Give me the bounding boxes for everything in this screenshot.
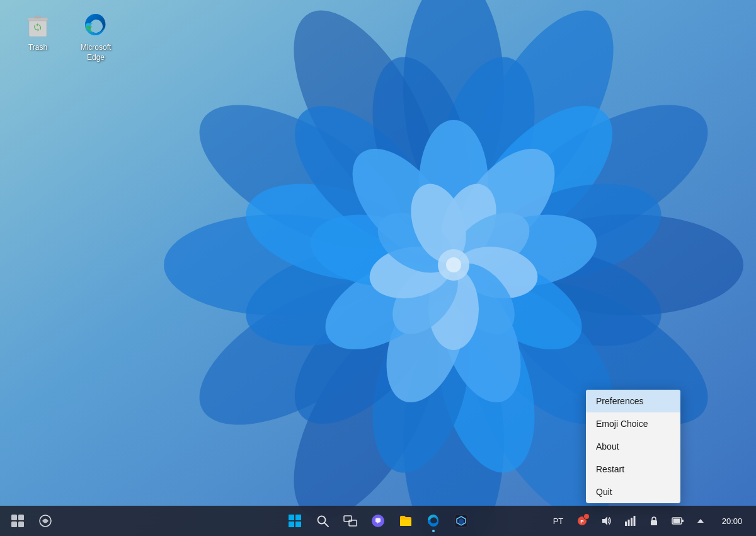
app7-taskbar-button[interactable]	[449, 508, 474, 533]
svg-marker-78	[697, 519, 704, 523]
svg-rect-76	[682, 520, 684, 522]
svg-rect-54	[295, 515, 301, 520]
clock[interactable]: 20:00	[713, 515, 751, 527]
context-menu-item-quit[interactable]: Quit	[586, 481, 680, 503]
svg-rect-55	[289, 521, 294, 527]
svg-rect-74	[651, 520, 657, 525]
proton-tray-icon[interactable]: P	[572, 511, 592, 531]
svg-rect-62	[400, 520, 411, 526]
svg-rect-73	[634, 516, 636, 526]
search-button[interactable]	[310, 508, 335, 533]
battery-tray-icon[interactable]	[668, 511, 688, 531]
svg-rect-56	[295, 521, 301, 527]
trash-icon[interactable]: Trash	[13, 8, 63, 55]
trash-icon-image	[23, 10, 53, 40]
taskbar-left	[5, 508, 58, 533]
svg-rect-72	[631, 518, 633, 526]
lock-tray-icon[interactable]	[644, 511, 664, 531]
language-indicator[interactable]: PT	[548, 511, 568, 531]
language-label: PT	[551, 515, 566, 527]
task-view-button[interactable]	[338, 508, 363, 533]
svg-rect-45	[29, 20, 47, 37]
edge-icon-image	[81, 10, 111, 40]
svg-rect-51	[18, 521, 24, 527]
taskbar-right: PT P	[548, 511, 751, 531]
context-menu: Preferences Emoji Choice About Restart Q…	[586, 390, 680, 503]
svg-rect-48	[11, 515, 17, 520]
svg-marker-69	[602, 516, 607, 525]
taskbar: PT P	[0, 506, 756, 536]
webapp-taskbar-button[interactable]	[33, 508, 58, 533]
start-button[interactable]	[282, 508, 307, 533]
svg-text:P: P	[580, 519, 584, 525]
svg-point-44	[446, 257, 461, 272]
context-menu-item-preferences[interactable]: Preferences	[586, 390, 680, 412]
context-menu-item-about[interactable]: About	[586, 435, 680, 458]
network-tray-icon[interactable]	[620, 511, 640, 531]
show-hidden-icons-button[interactable]	[692, 512, 709, 530]
desktop: Trash	[0, 0, 756, 536]
svg-rect-50	[11, 521, 17, 527]
trash-label: Trash	[28, 43, 47, 53]
context-menu-item-emoji[interactable]: Emoji Choice	[586, 412, 680, 435]
svg-rect-49	[18, 515, 24, 520]
svg-rect-70	[625, 521, 627, 526]
context-menu-item-restart[interactable]: Restart	[586, 458, 680, 481]
edge-taskbar-button[interactable]	[421, 508, 446, 533]
volume-tray-icon[interactable]	[596, 511, 616, 531]
svg-rect-53	[289, 515, 294, 520]
viber-button[interactable]	[365, 508, 391, 533]
files-button[interactable]	[393, 508, 418, 533]
svg-rect-71	[628, 520, 630, 526]
svg-rect-77	[673, 519, 680, 523]
show-desktop-button[interactable]	[5, 508, 30, 533]
svg-rect-47	[35, 16, 41, 18]
clock-time: 20:00	[722, 516, 743, 526]
taskbar-center	[282, 508, 474, 533]
edge-label: Microsoft Edge	[73, 43, 118, 62]
edge-desktop-icon[interactable]: Microsoft Edge	[71, 8, 121, 65]
svg-line-58	[324, 523, 328, 527]
